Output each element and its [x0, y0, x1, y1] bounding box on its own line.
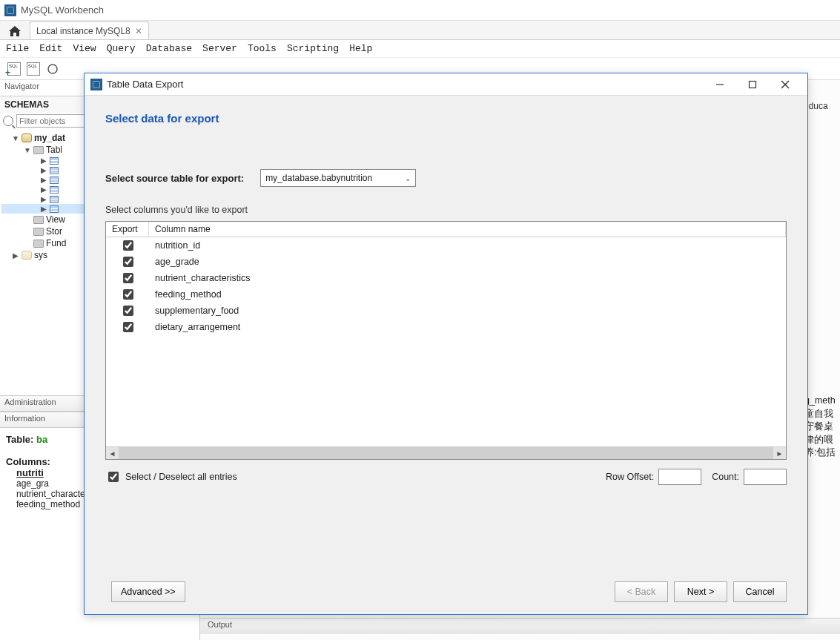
table-icon	[50, 157, 59, 165]
table-icon	[50, 205, 59, 213]
dialog-footer: Advanced >> < Back Next > Cancel	[105, 581, 787, 602]
table-icon	[50, 177, 59, 184]
connection-tab[interactable]: Local instance MySQL8 ✕	[30, 22, 149, 39]
chevron-down-icon: ⌄	[405, 174, 411, 182]
next-button[interactable]: Next >	[674, 581, 727, 602]
app-icon	[4, 4, 16, 16]
below-table-row: Select / Deselect all entries Row Offset…	[105, 469, 787, 485]
table-data-export-dialog: Table Data Export Select data for export…	[84, 73, 808, 615]
table-name: ba	[36, 434, 47, 445]
source-table-label: Select source table for export:	[105, 173, 244, 184]
tab-strip: Local instance MySQL8 ✕	[0, 21, 840, 40]
folder-icon	[33, 228, 44, 236]
app-icon	[90, 79, 102, 90]
column-row[interactable]: nutrition_id	[106, 237, 786, 254]
table-icon	[50, 186, 59, 194]
menu-file[interactable]: File	[6, 43, 29, 54]
caret-right-icon: ▶	[40, 205, 47, 213]
select-all-label: Select / Deselect all entries	[125, 472, 237, 482]
back-button[interactable]: < Back	[615, 581, 668, 602]
caret-right-icon: ▶	[40, 195, 47, 203]
header-export[interactable]: Export	[106, 222, 149, 237]
column-row[interactable]: age_grade	[106, 254, 786, 270]
column-row[interactable]: supplementary_food	[106, 303, 786, 319]
open-sql-button[interactable]	[25, 61, 42, 77]
cancel-button[interactable]: Cancel	[733, 581, 787, 602]
menu-tools[interactable]: Tools	[248, 43, 277, 54]
column-export-checkbox[interactable]	[123, 273, 133, 283]
search-icon	[3, 116, 13, 126]
administration-label: Administration	[4, 397, 56, 406]
close-icon[interactable]: ✕	[135, 26, 142, 36]
menu-view[interactable]: View	[73, 43, 96, 54]
advanced-button[interactable]: Advanced >>	[111, 581, 185, 602]
folder-icon	[33, 146, 44, 154]
column-name: dietary_arrangement	[149, 322, 786, 332]
row-offset-input[interactable]	[658, 469, 701, 485]
count-input[interactable]	[744, 469, 787, 485]
app-title: MySQL Workbench	[21, 4, 104, 16]
home-icon[interactable]	[6, 23, 24, 39]
svg-point-0	[48, 65, 57, 73]
menu-database[interactable]: Database	[146, 43, 192, 54]
main-titlebar: MySQL Workbench	[0, 0, 840, 21]
menu-edit[interactable]: Edit	[39, 43, 62, 54]
source-table-row: Select source table for export: my_datab…	[105, 169, 787, 187]
column-row[interactable]: feeding_method	[106, 286, 786, 303]
scroll-left-icon[interactable]: ◄	[106, 447, 119, 460]
columns-table: Export Column name nutrition_idage_grade…	[105, 221, 787, 460]
sys-label: sys	[34, 250, 47, 260]
caret-right-icon: ▶	[40, 176, 47, 184]
wizard-heading: Select data for export	[105, 112, 787, 125]
header-name[interactable]: Column name	[149, 222, 786, 237]
menu-scripting[interactable]: Scripting	[287, 43, 339, 54]
columns-hint: Select columns you'd like to export	[105, 205, 787, 215]
menu-help[interactable]: Help	[349, 43, 372, 54]
output-label: Output	[208, 620, 232, 629]
views-label: View	[46, 214, 65, 225]
source-table-select[interactable]: my_database.babynutrition ⌄	[260, 169, 416, 187]
menu-query[interactable]: Query	[107, 43, 136, 54]
horizontal-scrollbar[interactable]: ◄ ►	[106, 446, 786, 459]
col-name: feeding_method	[16, 499, 80, 509]
column-name: feeding_method	[149, 289, 786, 300]
maximize-button[interactable]	[736, 74, 769, 95]
column-export-checkbox[interactable]	[123, 240, 133, 251]
minimize-button[interactable]	[704, 74, 736, 95]
source-table-value: my_database.babynutrition	[265, 173, 372, 183]
column-name: supplementary_food	[149, 306, 786, 316]
database-icon	[22, 251, 32, 260]
tab-label: Local instance MySQL8	[36, 26, 130, 36]
column-export-checkbox[interactable]	[123, 257, 133, 267]
database-icon	[22, 133, 32, 142]
select-all-checkbox[interactable]	[108, 472, 119, 482]
new-sql-tab-button[interactable]	[6, 61, 22, 77]
column-name: nutrient_characteristics	[149, 273, 786, 283]
scroll-track[interactable]	[119, 447, 773, 459]
column-row[interactable]: nutrient_characteristics	[106, 270, 786, 286]
scroll-right-icon[interactable]: ►	[773, 447, 786, 460]
output-panel-header: Output	[200, 618, 840, 634]
close-button[interactable]	[769, 74, 801, 95]
functions-label: Fund	[46, 238, 66, 248]
schema-name: my_dat	[34, 133, 65, 143]
folder-icon	[33, 216, 44, 224]
column-export-checkbox[interactable]	[123, 306, 133, 316]
table-icon	[50, 196, 59, 203]
folder-icon	[33, 240, 44, 248]
table-icon	[50, 167, 59, 174]
col-name: age_gra	[16, 478, 49, 489]
columns-table-header: Export Column name	[106, 222, 786, 237]
column-row[interactable]: dietary_arrangement	[106, 319, 786, 335]
menu-server[interactable]: Server	[202, 43, 237, 54]
dialog-titlebar[interactable]: Table Data Export	[85, 73, 807, 96]
caret-right-icon: ▶	[40, 185, 47, 194]
caret-down-icon: ▼	[12, 134, 19, 142]
toolbar-icon[interactable]	[44, 61, 61, 77]
table-prefix: Table:	[6, 434, 33, 445]
dialog-title: Table Data Export	[107, 79, 183, 90]
column-export-checkbox[interactable]	[123, 322, 133, 332]
bg-text-frag: g_meth 童自我 守餐桌 律的喂 养:包括	[804, 395, 840, 460]
caret-right-icon: ▶	[12, 251, 19, 260]
column-export-checkbox[interactable]	[123, 289, 133, 300]
